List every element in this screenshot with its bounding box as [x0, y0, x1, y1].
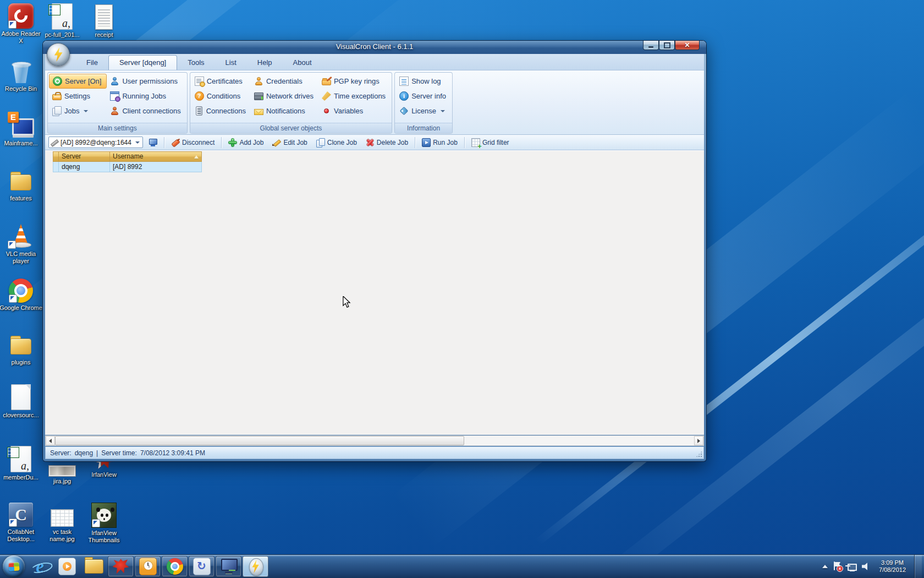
tab-list[interactable]: List	[215, 56, 247, 70]
ribbon-item-license[interactable]: License	[396, 103, 451, 118]
desktop-icon-collabnet[interactable]: CollabNet Desktop...	[0, 501, 42, 543]
connection-value: [AD] 8992@dqeng:1644	[61, 139, 132, 146]
delete-job-button[interactable]: Delete Job	[362, 137, 411, 148]
taskbar-remote-desktop[interactable]	[216, 556, 241, 577]
column-header-server[interactable]: Server	[59, 151, 110, 162]
tab-help[interactable]: Help	[247, 56, 283, 70]
volume-icon[interactable]	[862, 563, 871, 571]
taskbar-media-player[interactable]	[54, 556, 80, 577]
taskbar-red-app[interactable]	[108, 556, 134, 577]
tab-file[interactable]: File	[76, 56, 108, 70]
window-titlebar[interactable]: VisualCron Client - 6.1.1 ✕	[43, 41, 706, 54]
scroll-left-button[interactable]	[46, 436, 55, 445]
ribbon-item-jobs[interactable]: Jobs	[49, 103, 107, 118]
taskbar-google-chrome[interactable]	[162, 556, 188, 577]
action-center-flag-icon[interactable]: x	[833, 561, 842, 571]
folder-icon	[8, 167, 34, 193]
minimize-button[interactable]	[643, 41, 659, 50]
scrollbar-track[interactable]	[55, 436, 694, 445]
scroll-right-button[interactable]	[694, 436, 703, 445]
desktop-icon-google-chrome[interactable]: Google Chrome	[0, 277, 42, 312]
desktop-icon-features-folder[interactable]: features	[0, 167, 42, 202]
scrollbar-thumb[interactable]	[55, 436, 464, 445]
desktop-icon-plugins-folder[interactable]: plugins	[0, 331, 42, 366]
receipt-image-icon	[95, 4, 113, 30]
desktop-icon-irfanview-thumbnails[interactable]: IrfanView Thumbnails	[82, 501, 125, 544]
horizontal-scrollbar[interactable]	[45, 435, 704, 446]
taskbar-outlook[interactable]	[135, 556, 161, 577]
edit-job-button[interactable]: Edit Job	[269, 137, 310, 148]
tab-server[interactable]: Server [dqeng]	[108, 55, 177, 70]
server-tower-icon	[196, 106, 202, 116]
ribbon-item-server-info[interactable]: Server info	[396, 89, 451, 103]
ribbon-group-label: Global server objects	[190, 123, 392, 133]
grid-row-selector-header[interactable]	[53, 151, 59, 162]
desktop-icon-memberdu[interactable]: memberDu...	[0, 446, 42, 481]
desktop-icon-receipt[interactable]: receipt	[82, 3, 125, 39]
taskbar-visualcron-active[interactable]	[243, 556, 268, 577]
ribbon-item-connections[interactable]: Connections	[191, 103, 251, 118]
taskbar-windows-explorer[interactable]	[81, 556, 107, 577]
server-list-button[interactable]	[145, 137, 161, 148]
ribbon-item-user-permissions[interactable]: User permissions	[107, 74, 185, 89]
desktop-icon-label: pc-full_201...	[41, 31, 84, 39]
desktop-icon-cloversource[interactable]: cloversourc...	[0, 384, 42, 419]
status-time-value: 7/08/2012 3:09:41 PM	[140, 449, 205, 457]
ribbon-item-label: License	[411, 107, 436, 115]
ribbon-item-show-log[interactable]: Show log	[396, 74, 451, 89]
ribbon-item-label: Time exceptions	[334, 92, 386, 100]
connection-dropdown[interactable]: [AD] 8992@dqeng:1644	[48, 137, 143, 148]
desktop-icon-label: Google Chrome	[0, 304, 42, 312]
ribbon-item-credentials[interactable]: Credentials	[251, 74, 318, 89]
desktop-icon-vlc[interactable]: VLC media player	[0, 222, 42, 265]
desktop-icon-pc-full[interactable]: pc-full_201...	[41, 3, 84, 39]
desktop-icon-mainframe[interactable]: Mainframe...	[0, 112, 42, 147]
ribbon-item-notifications[interactable]: Notifications	[251, 103, 318, 118]
row-selector-cell[interactable]	[53, 162, 59, 172]
toolbar-button-label: Disconnect	[182, 139, 215, 146]
sync-icon: ↻	[193, 558, 211, 575]
desktop-icon-adobe-reader[interactable]: Adobe Reader X	[0, 3, 42, 45]
maximize-button[interactable]	[659, 41, 675, 50]
desktop-icon-recycle-bin[interactable]: Recycle Bin	[0, 58, 42, 92]
grid-filter-button[interactable]: Grid filter	[468, 137, 513, 148]
show-desktop-button[interactable]	[914, 555, 922, 578]
shortcut-arrow-icon	[92, 519, 100, 527]
disconnect-button[interactable]: Disconnect	[168, 137, 218, 148]
ribbon-item-network-drives[interactable]: Network drives	[251, 89, 318, 103]
ribbon-item-settings[interactable]: Settings	[49, 89, 107, 103]
start-button[interactable]	[3, 555, 25, 577]
ribbon-item-client-connections[interactable]: Client connections	[107, 103, 185, 118]
desktop-icon-vc-task[interactable]: vc task name.jpg	[41, 501, 84, 543]
taskbar-sync-app[interactable]: ↻	[189, 556, 215, 577]
chevron-down-icon	[135, 141, 140, 144]
ribbon-item-running-jobs[interactable]: Running Jobs	[107, 89, 185, 103]
license-tag-icon	[400, 107, 409, 116]
table-row[interactable]: dqeng [AD] 8992	[53, 162, 202, 172]
ribbon-item-time-exceptions[interactable]: Time exceptions	[318, 89, 391, 103]
close-button[interactable]: ✕	[675, 41, 700, 50]
tab-tools[interactable]: Tools	[177, 56, 215, 70]
ribbon-item-server-on[interactable]: Server [On]	[49, 74, 107, 89]
network-icon[interactable]	[846, 562, 857, 571]
red-app-icon	[113, 558, 129, 575]
hidden-icons-chevron[interactable]	[822, 565, 828, 568]
chevron-down-icon	[441, 110, 445, 112]
connection-pen-icon	[50, 138, 59, 147]
taskbar-internet-explorer[interactable]: e	[27, 556, 53, 577]
application-menu-orb[interactable]	[47, 43, 70, 66]
toolbar-button-label: Edit Job	[283, 139, 307, 146]
taskbar-clock[interactable]: 3:09 PM 7/08/2012	[876, 559, 909, 574]
ribbon-item-conditions[interactable]: Conditions	[191, 89, 251, 103]
ribbon-item-pgp-key-rings[interactable]: PGP key rings	[318, 74, 391, 89]
run-job-button[interactable]: Run Job	[419, 137, 461, 148]
desktop-icon-label: vc task name.jpg	[41, 528, 84, 543]
ribbon-item-certificates[interactable]: Certificates	[191, 74, 251, 89]
clone-job-button[interactable]: Clone Job	[313, 137, 360, 148]
tab-about[interactable]: About	[283, 56, 322, 70]
add-job-button[interactable]: Add Job	[225, 137, 267, 148]
chrome-icon	[9, 279, 33, 303]
column-header-username[interactable]: Username	[110, 151, 202, 162]
ribbon-item-variables[interactable]: Variables	[318, 103, 391, 118]
ribbon-item-label: Server info	[411, 92, 446, 100]
